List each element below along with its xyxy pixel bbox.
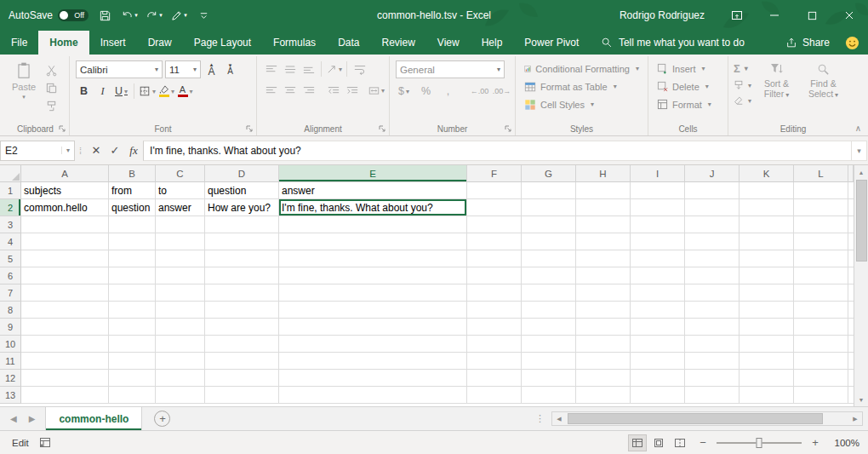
column-header-B[interactable]: B bbox=[109, 165, 156, 182]
cell-I1[interactable] bbox=[631, 182, 685, 199]
paste-dropdown-icon[interactable]: ▾ bbox=[22, 94, 26, 101]
cell-H2[interactable] bbox=[576, 199, 631, 216]
cell-K7[interactable] bbox=[740, 284, 794, 302]
cell-A8[interactable] bbox=[21, 302, 109, 319]
font-name-dropdown-icon[interactable]: ▾ bbox=[155, 66, 158, 73]
cell-J10[interactable] bbox=[685, 336, 740, 353]
font-color-button[interactable]: A bbox=[177, 83, 193, 100]
format-painter-icon[interactable] bbox=[45, 100, 58, 112]
cell-L11[interactable] bbox=[794, 353, 848, 370]
zoom-in-button[interactable]: + bbox=[808, 436, 822, 449]
font-dialog-launcher-icon[interactable] bbox=[245, 124, 254, 133]
column-header-A[interactable]: A bbox=[21, 165, 109, 182]
column-header-F[interactable]: F bbox=[467, 165, 522, 182]
new-sheet-button[interactable]: + bbox=[154, 411, 170, 427]
paste-button[interactable]: Paste ▾ bbox=[5, 59, 43, 122]
cell-H12[interactable] bbox=[576, 370, 631, 387]
cell-K2[interactable] bbox=[740, 199, 794, 216]
accounting-format-button[interactable]: $ bbox=[396, 83, 412, 100]
horizontal-scrollbar[interactable]: ◀ ▶ bbox=[551, 411, 863, 426]
cell-I6[interactable] bbox=[631, 267, 685, 284]
fill-color-button[interactable] bbox=[158, 83, 174, 100]
cell-J6[interactable] bbox=[685, 267, 740, 284]
formula-bar-grip[interactable]: ⁞ bbox=[75, 146, 87, 156]
clipboard-dialog-launcher-icon[interactable] bbox=[58, 124, 66, 133]
cell-J11[interactable] bbox=[685, 353, 740, 370]
cell-E8[interactable] bbox=[279, 302, 467, 319]
scroll-up-icon[interactable]: ▲ bbox=[854, 165, 868, 179]
cell-G7[interactable] bbox=[522, 284, 576, 302]
cell-F6[interactable] bbox=[467, 267, 522, 284]
cell-E1[interactable]: answer bbox=[279, 182, 467, 199]
cell-K4[interactable] bbox=[740, 233, 794, 250]
column-header-I[interactable]: I bbox=[631, 165, 685, 182]
column-header-L[interactable]: L bbox=[794, 165, 848, 182]
autosave-control[interactable]: AutoSave Off bbox=[9, 9, 89, 21]
redo-button[interactable]: ▾ bbox=[146, 4, 163, 26]
align-right-button[interactable] bbox=[300, 82, 317, 99]
cell-D13[interactable] bbox=[205, 387, 279, 404]
cell-H9[interactable] bbox=[576, 319, 631, 336]
bold-button[interactable]: B bbox=[76, 83, 92, 100]
scroll-right-icon[interactable]: ▶ bbox=[848, 412, 862, 425]
cell-J2[interactable] bbox=[685, 199, 740, 216]
cell-A6[interactable] bbox=[21, 267, 109, 284]
cell-G12[interactable] bbox=[522, 370, 576, 387]
cell-F11[interactable] bbox=[467, 353, 522, 370]
cell-D5[interactable] bbox=[205, 250, 279, 267]
column-header-E[interactable]: E bbox=[279, 165, 467, 182]
cell-J1[interactable] bbox=[685, 182, 740, 199]
cell-H13[interactable] bbox=[576, 387, 631, 404]
horizontal-scroll-thumb[interactable] bbox=[568, 413, 823, 424]
cell-H1[interactable] bbox=[576, 182, 631, 199]
customize-qat-button[interactable] bbox=[195, 4, 212, 26]
row-header-11[interactable]: 11 bbox=[0, 353, 21, 370]
cell-F4[interactable] bbox=[467, 233, 522, 250]
column-header-K[interactable]: K bbox=[740, 165, 794, 182]
row-header-1[interactable]: 1 bbox=[0, 182, 21, 199]
cell-G11[interactable] bbox=[522, 353, 576, 370]
cell-D9[interactable] bbox=[205, 319, 279, 336]
scroll-down-icon[interactable]: ▼ bbox=[854, 393, 868, 406]
cell-D11[interactable] bbox=[205, 353, 279, 370]
ribbon-tab-file[interactable]: File bbox=[0, 31, 38, 55]
cell-H5[interactable] bbox=[576, 250, 631, 267]
ribbon-tab-insert[interactable]: Insert bbox=[89, 31, 137, 55]
cell-C12[interactable] bbox=[156, 370, 205, 387]
cell-E7[interactable] bbox=[279, 284, 467, 302]
ribbon-tab-view[interactable]: View bbox=[426, 31, 471, 55]
ribbon-tab-draw[interactable]: Draw bbox=[137, 31, 183, 55]
name-box-dropdown-icon[interactable]: ▾ bbox=[61, 147, 70, 154]
cell-A12[interactable] bbox=[21, 370, 109, 387]
cell-L13[interactable] bbox=[794, 387, 848, 404]
cell-D12[interactable] bbox=[205, 370, 279, 387]
column-header-C[interactable]: C bbox=[156, 165, 205, 182]
confirm-entry-button[interactable]: ✓ bbox=[106, 141, 124, 161]
cell-H10[interactable] bbox=[576, 336, 631, 353]
zoom-out-button[interactable]: − bbox=[696, 436, 710, 449]
cell-C3[interactable] bbox=[156, 216, 205, 233]
cell-D1[interactable]: question bbox=[205, 182, 279, 199]
cell-D8[interactable] bbox=[205, 302, 279, 319]
macro-record-icon[interactable] bbox=[39, 437, 51, 448]
cell-I5[interactable] bbox=[631, 250, 685, 267]
cell-B1[interactable]: from bbox=[109, 182, 156, 199]
row-header-2[interactable]: 2 bbox=[0, 199, 21, 216]
cell-F2[interactable] bbox=[467, 199, 522, 216]
cell-B11[interactable] bbox=[109, 353, 156, 370]
autosave-toggle[interactable]: Off bbox=[58, 9, 89, 21]
cell-B8[interactable] bbox=[109, 302, 156, 319]
cell-G10[interactable] bbox=[522, 336, 576, 353]
ribbon-tab-help[interactable]: Help bbox=[471, 31, 514, 55]
cell-E9[interactable] bbox=[279, 319, 467, 336]
cell-F5[interactable] bbox=[467, 250, 522, 267]
number-dialog-launcher-icon[interactable] bbox=[504, 124, 512, 133]
cell-I9[interactable] bbox=[631, 319, 685, 336]
cell-C6[interactable] bbox=[156, 267, 205, 284]
user-name[interactable]: Rodrigo Rodriguez bbox=[606, 9, 718, 21]
cell-K3[interactable] bbox=[740, 216, 794, 233]
redo-dropdown-icon[interactable]: ▾ bbox=[159, 12, 163, 19]
wrap-text-button[interactable] bbox=[351, 60, 368, 78]
cell-J5[interactable] bbox=[685, 250, 740, 267]
cell-L12[interactable] bbox=[794, 370, 848, 387]
